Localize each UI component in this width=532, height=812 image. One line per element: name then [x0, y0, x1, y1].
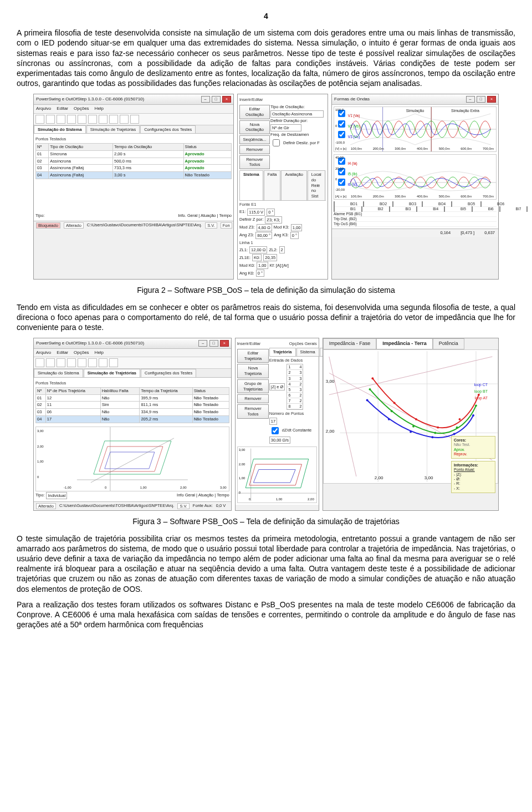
- table-row[interactable]: 03Assíncrona (Falta)733,3 msAprovado: [36, 165, 232, 172]
- tab-tempo[interactable]: Tempo: [219, 213, 232, 218]
- toolbar-button[interactable]: [57, 115, 65, 124]
- bi-cb[interactable]: [526, 206, 528, 212]
- dzdt-checkbox[interactable]: [272, 427, 279, 434]
- minimize-icon[interactable]: –: [201, 96, 210, 103]
- e1-v[interactable]: 115,0 V: [247, 209, 265, 216]
- toolbar-button[interactable]: [67, 358, 76, 367]
- table-row[interactable]: 0112Não395,9 msNão Testado: [36, 394, 229, 402]
- toolbar-button[interactable]: [35, 358, 44, 367]
- table-row[interactable]: 0306Não334,9 msNão Testado: [36, 409, 229, 416]
- menu-arquivo[interactable]: Arquivo: [36, 350, 51, 356]
- toolbar-button[interactable]: [46, 358, 55, 367]
- defdesl-checkbox[interactable]: [273, 139, 280, 146]
- table-row[interactable]: 01Síncrona2,00 sAprovado: [36, 150, 232, 158]
- bi-cb[interactable]: [361, 206, 362, 212]
- modz3-val[interactable]: 4,80 Ω: [257, 224, 272, 231]
- btn-nova-trajetoria[interactable]: Nova Trajetória: [237, 364, 269, 378]
- toolbar-button[interactable]: [109, 115, 118, 124]
- entrada-val[interactable]: |Z| e Ø: [269, 383, 285, 390]
- toolbar-button[interactable]: [120, 115, 129, 124]
- toolbar-button[interactable]: [88, 115, 97, 124]
- menu-editar[interactable]: Editar: [57, 106, 68, 111]
- toolbar-button[interactable]: [109, 358, 118, 367]
- bi-cb[interactable]: [389, 206, 390, 212]
- tab-sistema[interactable]: Sistema: [296, 348, 319, 356]
- bo-cb[interactable]: [392, 201, 393, 207]
- tab-info-geral[interactable]: Info. Geral: [178, 213, 197, 218]
- toolbar-button[interactable]: [35, 115, 44, 124]
- bi-cb[interactable]: [416, 206, 417, 212]
- pts-list[interactable]: 1423334253627282: [287, 364, 303, 410]
- tipo-osc-value[interactable]: Oscilação Assíncrona: [270, 110, 324, 118]
- table-row[interactable]: 04Assíncrona (Falta)3,00 sNão Testado: [36, 172, 232, 179]
- tab-sim-sistema[interactable]: Simulação do Sistema: [34, 125, 86, 134]
- tab-imp-fase[interactable]: Impedância - Fase: [323, 338, 377, 349]
- maximize-icon[interactable]: □: [209, 340, 218, 347]
- modk3-val[interactable]: 1,00: [291, 224, 303, 231]
- toolbar-button[interactable]: [57, 358, 65, 367]
- zl1-val[interactable]: 12,00 Ω: [249, 246, 267, 253]
- toolbar-button[interactable]: [67, 115, 76, 124]
- tab-sistema[interactable]: Sistema: [239, 170, 263, 200]
- close-icon[interactable]: ×: [487, 96, 496, 103]
- table-row[interactable]: 0211Sim811,1 msNão Testado: [36, 402, 229, 409]
- toolbar-button[interactable]: [78, 358, 86, 367]
- bo-cb[interactable]: [451, 201, 452, 207]
- e1-a[interactable]: 0 °: [267, 209, 275, 216]
- tipo-val[interactable]: Individual: [46, 492, 67, 499]
- menu-opcoes[interactable]: Opções: [74, 350, 89, 356]
- tab-potencia[interactable]: Potência: [433, 338, 464, 349]
- toolbar-button[interactable]: [88, 358, 97, 367]
- tab-sim-sistema[interactable]: Simulação do Sistema: [34, 369, 83, 377]
- maximize-icon[interactable]: □: [477, 96, 485, 103]
- btn-nova-oscilacao[interactable]: Nova Oscilação: [239, 120, 270, 135]
- modk0-val[interactable]: 1,00: [257, 262, 268, 269]
- tab-sim-trajetorias[interactable]: Simulação de Trajetórias: [86, 125, 140, 134]
- menu-help[interactable]: Help: [95, 350, 104, 356]
- angk0-val[interactable]: 0 °: [256, 270, 264, 277]
- menu-help[interactable]: Help: [95, 106, 104, 111]
- zl2-val[interactable]: 2: [279, 246, 285, 253]
- btn-remover-todos[interactable]: Remover Todos: [237, 404, 269, 419]
- toolbar-button[interactable]: [99, 358, 108, 367]
- maximize-icon[interactable]: □: [212, 96, 221, 103]
- dur-value[interactable]: Nº de Gir: [270, 124, 301, 131]
- tab-avaliacao[interactable]: Avaliação: [281, 170, 306, 200]
- bi-cb[interactable]: [334, 206, 335, 212]
- tab-atuacao[interactable]: Atuação: [198, 493, 214, 498]
- tab-local-rele[interactable]: Local do Relé no Sist: [308, 170, 325, 200]
- toolbar-button[interactable]: [78, 115, 86, 124]
- defz-val[interactable]: Z3; K3;: [265, 216, 282, 224]
- angz3-val[interactable]: 80,00 °: [255, 232, 272, 239]
- close-icon[interactable]: ×: [222, 96, 231, 103]
- angk3-val[interactable]: 0 °: [290, 232, 299, 239]
- tab-imp-terra[interactable]: Impedância - Terra: [376, 338, 432, 349]
- npts-val[interactable]: 17: [269, 418, 277, 425]
- btn-grupo-trajetorias[interactable]: Grupo de Trajetórias: [237, 379, 269, 394]
- tab-tempo[interactable]: Tempo: [217, 493, 229, 498]
- toolbar-button[interactable]: [46, 115, 55, 124]
- btn-sequencia[interactable]: Seqüência...: [239, 135, 270, 144]
- bi-cb[interactable]: [444, 206, 445, 212]
- menu-editar[interactable]: Editar: [57, 350, 68, 356]
- dzdt-val[interactable]: 30,00 Ω/s: [269, 437, 290, 444]
- bi-cb[interactable]: [499, 206, 500, 212]
- table-row[interactable]: 0417Não205,2 msNão Testado: [36, 415, 229, 423]
- tab-falta[interactable]: Falta: [264, 170, 281, 200]
- minimize-icon[interactable]: –: [466, 96, 475, 103]
- btn-editar-oscilacao[interactable]: Editar Oscilação: [239, 105, 270, 119]
- menu-arquivo[interactable]: Arquivo: [36, 106, 51, 111]
- minimize-icon[interactable]: –: [198, 340, 207, 347]
- btn-remover[interactable]: Remover: [239, 145, 270, 154]
- tab-info-geral[interactable]: Info Geral: [177, 493, 195, 498]
- bi-cb[interactable]: [472, 206, 473, 212]
- bo-cb[interactable]: [363, 201, 364, 207]
- btn-remover[interactable]: Remover: [237, 394, 269, 403]
- tab-atuacao[interactable]: Atuação: [201, 213, 216, 218]
- tab-config-testes[interactable]: Configurações dos Testes: [141, 369, 196, 377]
- tab-config-testes[interactable]: Configurações dos Testes: [140, 125, 196, 134]
- btn-remover-todos[interactable]: Remover Todos: [239, 155, 270, 170]
- bo-cb[interactable]: [422, 201, 423, 207]
- menu-opcoes[interactable]: Opções: [74, 106, 89, 111]
- close-icon[interactable]: ×: [220, 340, 229, 347]
